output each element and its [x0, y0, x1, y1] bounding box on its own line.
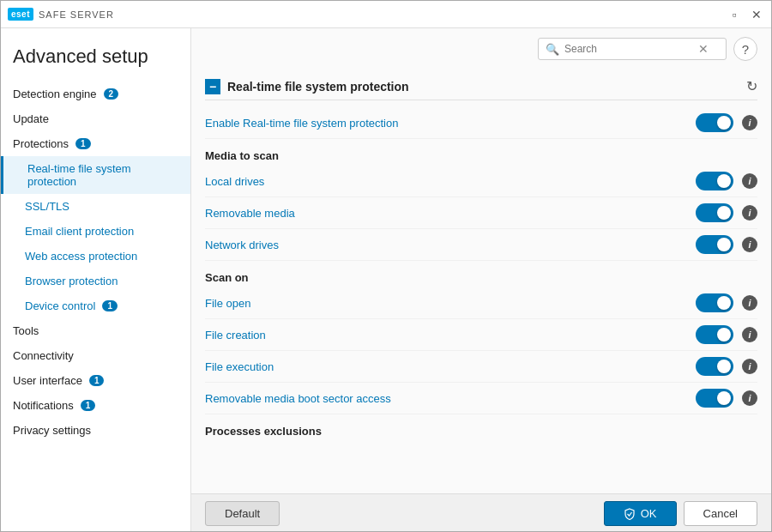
minimize-button[interactable]: ▫	[727, 7, 742, 22]
shield-icon	[624, 508, 636, 520]
local-drives-info[interactable]: i	[742, 173, 757, 189]
setting-row-network-drives: Network drives i	[205, 229, 757, 261]
cancel-button[interactable]: Cancel	[684, 501, 757, 526]
setting-row-file-execution: File execution i	[205, 351, 757, 383]
product-name: SAFE SERVER	[39, 9, 114, 20]
titlebar-left: eset SAFE SERVER	[8, 8, 114, 21]
sidebar-item-label: Protections	[13, 137, 69, 150]
sidebar-item-user-interface[interactable]: User interface 1	[1, 368, 190, 393]
sidebar-item-label: Update	[13, 112, 49, 125]
sidebar-badge-protections: 1	[75, 138, 91, 149]
setting-row-right: i	[696, 203, 757, 222]
section-header: − Real-time file system protection ↻	[205, 70, 757, 100]
enable-realtime-toggle[interactable]	[696, 113, 733, 132]
ok-button[interactable]: OK	[604, 501, 677, 526]
help-button[interactable]: ?	[733, 37, 757, 61]
file-execution-toggle[interactable]	[696, 357, 733, 376]
processes-exclusions-label: Processes exclusions	[205, 414, 757, 441]
sidebar-item-browser-protection[interactable]: Browser protection	[1, 269, 190, 293]
reset-button[interactable]: ↻	[746, 78, 757, 94]
sidebar-item-update[interactable]: Update	[1, 106, 190, 131]
sidebar-item-label: Detection engine	[13, 88, 97, 100]
sidebar-item-label: Browser protection	[25, 275, 118, 287]
toggle-track	[696, 325, 733, 344]
toggle-track	[696, 357, 733, 376]
removable-media-info[interactable]: i	[742, 205, 757, 221]
setting-row-right: i	[696, 389, 757, 408]
sidebar-item-email-client[interactable]: Email client protection	[1, 219, 190, 244]
setting-row-local-drives: Local drives i	[205, 166, 757, 197]
toggle-thumb	[717, 174, 731, 188]
sidebar-item-device-control[interactable]: Device control 1	[1, 293, 190, 318]
search-input[interactable]	[564, 43, 693, 55]
search-bar[interactable]: 🔍 ✕	[538, 38, 727, 60]
sidebar-item-label: Email client protection	[25, 225, 134, 238]
sidebar-badge-notifications: 1	[81, 400, 96, 411]
network-drives-label: Network drives	[205, 239, 696, 251]
sidebar-badge-ui: 1	[89, 375, 105, 386]
sidebar-item-notifications[interactable]: Notifications 1	[1, 393, 190, 418]
file-execution-label: File execution	[205, 360, 696, 373]
clear-search-button[interactable]: ✕	[698, 42, 709, 56]
toggle-track	[696, 113, 733, 132]
setting-row-removable-media: Removable media i	[205, 197, 757, 229]
sidebar-badge-device: 1	[102, 300, 118, 311]
default-button[interactable]: Default	[205, 501, 280, 526]
sidebar-item-web-access[interactable]: Web access protection	[1, 244, 190, 269]
footer-left: Default	[205, 501, 280, 526]
main-container: Advanced setup Detection engine 2 Update…	[1, 28, 771, 532]
local-drives-label: Local drives	[205, 175, 696, 188]
setting-row-right: i	[696, 235, 757, 254]
toggle-thumb	[717, 116, 731, 130]
sidebar-item-protections[interactable]: Protections 1	[1, 131, 190, 156]
removable-media-label: Removable media	[205, 207, 696, 220]
setting-row-file-creation: File creation i	[205, 319, 757, 351]
setting-row-right: i	[696, 113, 757, 132]
collapse-button[interactable]: −	[205, 79, 220, 94]
file-open-toggle[interactable]	[696, 293, 733, 312]
file-creation-info[interactable]: i	[742, 327, 757, 342]
section-header-left: − Real-time file system protection	[205, 79, 409, 94]
sidebar-item-privacy[interactable]: Privacy settings	[1, 418, 190, 443]
removable-boot-info[interactable]: i	[742, 390, 757, 406]
removable-boot-toggle[interactable]	[696, 389, 733, 408]
sidebar-item-label: Connectivity	[13, 349, 74, 362]
removable-boot-label: Removable media boot sector access	[205, 392, 696, 405]
file-open-label: File open	[205, 297, 696, 310]
file-creation-label: File creation	[205, 329, 696, 342]
file-execution-info[interactable]: i	[742, 359, 757, 374]
file-open-info[interactable]: i	[742, 295, 757, 311]
toggle-track	[696, 389, 733, 408]
file-creation-toggle[interactable]	[696, 325, 733, 344]
sidebar-item-label: Web access protection	[25, 250, 137, 263]
footer-right: OK Cancel	[604, 501, 757, 526]
toggle-thumb	[717, 296, 731, 310]
sidebar-item-tools[interactable]: Tools	[1, 318, 190, 343]
network-drives-info[interactable]: i	[742, 237, 757, 252]
setting-row-right: i	[696, 172, 757, 190]
sidebar-item-connectivity[interactable]: Connectivity	[1, 343, 190, 368]
toggle-thumb	[717, 360, 731, 373]
sidebar-badge-detection: 2	[104, 88, 119, 100]
toggle-thumb	[717, 238, 731, 251]
section-title: Real-time file system protection	[227, 80, 409, 94]
toggle-track	[696, 235, 733, 254]
sidebar-item-ssl-tls[interactable]: SSL/TLS	[1, 194, 190, 219]
section-content: − Real-time file system protection ↻ Ena…	[191, 70, 771, 493]
enable-realtime-info[interactable]: i	[742, 115, 757, 130]
local-drives-toggle[interactable]	[696, 172, 733, 190]
page-title: Advanced setup	[1, 35, 190, 82]
footer: Default OK Cancel	[191, 493, 771, 532]
network-drives-toggle[interactable]	[696, 235, 733, 254]
sidebar-item-detection-engine[interactable]: Detection engine 2	[1, 82, 190, 106]
close-button[interactable]: ✕	[749, 7, 764, 22]
setting-row-right: i	[696, 293, 757, 312]
scan-on-label: Scan on	[205, 261, 757, 287]
titlebar-controls: ▫ ✕	[727, 7, 764, 22]
toggle-thumb	[717, 206, 731, 220]
removable-media-toggle[interactable]	[696, 203, 733, 222]
toggle-track	[696, 203, 733, 222]
toggle-track	[696, 293, 733, 312]
sidebar-item-real-time[interactable]: Real-time file system protection	[1, 156, 190, 194]
sidebar-item-label: Device control	[25, 299, 95, 312]
